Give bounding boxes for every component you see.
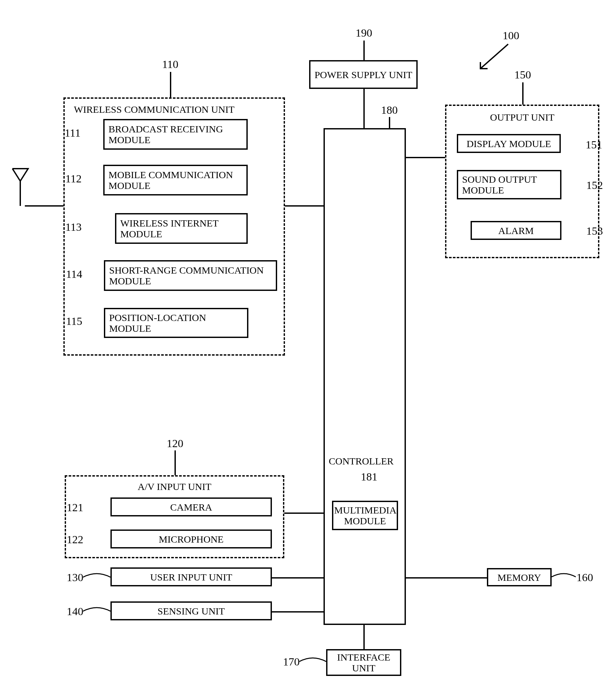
connector-line (405, 157, 445, 158)
short-range-communication-module-label: SHORT-RANGE COMMUNICATION MODULE (109, 265, 272, 286)
output-unit-title: OUTPUT UNIT (446, 112, 598, 123)
sensing-unit-block: SENSING UNIT (110, 601, 272, 620)
ref-120: 120 (167, 437, 183, 450)
ref-115: 115 (66, 315, 82, 327)
power-supply-unit-label: POWER SUPPLY UNIT (314, 69, 412, 80)
broadcast-receiving-module-label: BROADCAST RECEIVING MODULE (109, 124, 242, 145)
interface-unit-label: INTERFACE UNIT (331, 652, 396, 673)
ref-122: 122 (67, 533, 83, 546)
alarm-label: ALARM (498, 225, 534, 236)
camera-label: CAMERA (170, 502, 212, 513)
memory-label: MEMORY (498, 572, 541, 583)
leader-130 (83, 573, 110, 582)
ref-113: 113 (65, 221, 82, 233)
interface-unit-block: INTERFACE UNIT (326, 649, 401, 676)
leader-170 (299, 657, 326, 666)
ref-100: 100 (503, 29, 519, 42)
ref-152: 152 (586, 179, 603, 192)
leader-line (170, 72, 171, 98)
ref-180: 180 (381, 104, 398, 116)
microphone-block: MICROPHONE (110, 530, 272, 548)
leader-line (175, 450, 176, 475)
user-input-unit-block: USER INPUT UNIT (110, 567, 272, 586)
sound-output-module-label: SOUND OUTPUT MODULE (462, 174, 556, 195)
leader-160 (552, 573, 576, 581)
connector-line (271, 577, 324, 579)
svg-line-1 (480, 44, 508, 69)
short-range-communication-module-block: SHORT-RANGE COMMUNICATION MODULE (104, 260, 277, 291)
connector-line (25, 205, 63, 207)
ref-151: 151 (586, 138, 602, 151)
connector-line (284, 513, 324, 514)
microphone-label: MICROPHONE (159, 534, 223, 544)
av-input-unit-title: A/V INPUT UNIT (66, 481, 283, 492)
connector-line (271, 611, 324, 612)
display-module-block: DISPLAY MODULE (457, 134, 561, 153)
multimedia-module-block: MULTIMEDIA MODULE (332, 501, 398, 530)
power-supply-unit-block: POWER SUPPLY UNIT (309, 60, 418, 89)
wireless-communication-unit-title: WIRELESS COMMUNICATION UNIT (74, 104, 273, 115)
alarm-block: ALARM (470, 221, 562, 240)
leader-line (389, 117, 390, 128)
connector-line (405, 577, 487, 579)
memory-block: MEMORY (487, 568, 552, 586)
ref-160: 160 (576, 571, 593, 584)
mobile-communication-module-block: MOBILE COMMUNICATION MODULE (103, 165, 248, 195)
ref-140: 140 (67, 605, 83, 618)
sound-output-module-block: SOUND OUTPUT MODULE (457, 170, 562, 199)
multimedia-module-label: MULTIMEDIA MODULE (334, 505, 396, 526)
leader-line (364, 41, 365, 60)
mobile-communication-module-label: MOBILE COMMUNICATION MODULE (109, 169, 242, 191)
connector-line (364, 624, 365, 650)
ref-110: 110 (162, 58, 178, 71)
wireless-internet-module-label: WIRELESS INTERNET MODULE (120, 218, 242, 239)
ref-190: 190 (355, 27, 372, 39)
position-location-module-label: POSITION-LOCATION MODULE (109, 312, 243, 334)
ref-121: 121 (67, 501, 83, 514)
user-input-unit-label: USER INPUT UNIT (150, 572, 232, 582)
ref-170: 170 (283, 656, 300, 668)
leader-140 (83, 607, 110, 616)
antenna-icon (10, 167, 30, 206)
wireless-internet-module-block: WIRELESS INTERNET MODULE (115, 213, 248, 244)
ref-153: 153 (586, 225, 603, 237)
ref-112: 112 (65, 173, 82, 185)
ref-111: 111 (65, 127, 81, 139)
position-location-module-block: POSITION-LOCATION MODULE (104, 308, 248, 338)
ref-181: 181 (361, 471, 377, 483)
ref-150: 150 (514, 69, 531, 81)
display-module-label: DISPLAY MODULE (467, 138, 551, 149)
camera-block: CAMERA (110, 497, 272, 516)
controller-block: CONTROLLER (324, 128, 406, 625)
ref-130: 130 (67, 571, 83, 584)
connector-line (284, 205, 324, 207)
connector-line (364, 89, 365, 129)
arrow-100-icon (474, 42, 510, 75)
controller-label: CONTROLLER (329, 456, 393, 467)
ref-114: 114 (66, 268, 82, 280)
leader-line (522, 82, 524, 105)
broadcast-receiving-module-block: BROADCAST RECEIVING MODULE (103, 119, 248, 150)
sensing-unit-label: SENSING UNIT (157, 606, 225, 617)
